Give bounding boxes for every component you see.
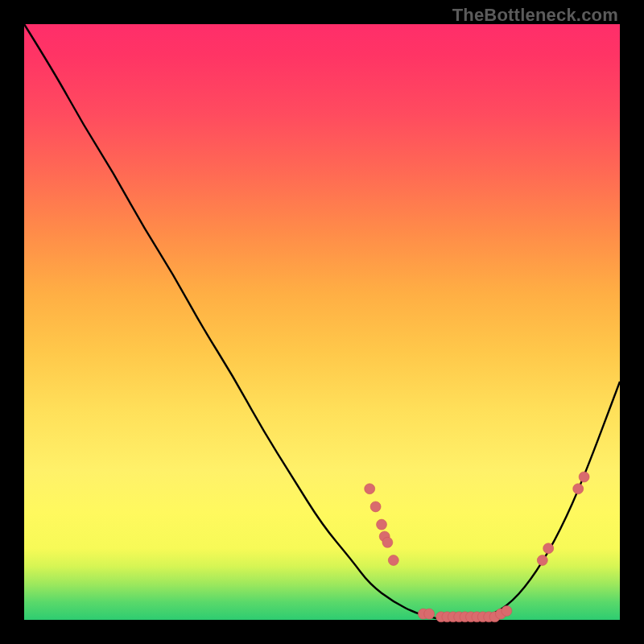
- data-marker: [370, 502, 381, 512]
- bottleneck-curve: [24, 24, 620, 620]
- data-marker: [543, 543, 554, 554]
- watermark-label: TheBottleneck.com: [452, 5, 618, 26]
- chart-frame: TheBottleneck.com: [0, 0, 644, 644]
- data-marker: [579, 472, 589, 482]
- data-marker: [424, 609, 435, 619]
- data-marker: [377, 519, 387, 530]
- data-marker: [573, 484, 584, 494]
- data-marker: [382, 537, 393, 547]
- chart-overlay: [24, 24, 620, 620]
- data-marker: [537, 555, 547, 566]
- data-marker: [388, 555, 398, 566]
- marker-group: [365, 472, 589, 622]
- data-marker: [365, 484, 375, 494]
- data-marker: [502, 605, 512, 616]
